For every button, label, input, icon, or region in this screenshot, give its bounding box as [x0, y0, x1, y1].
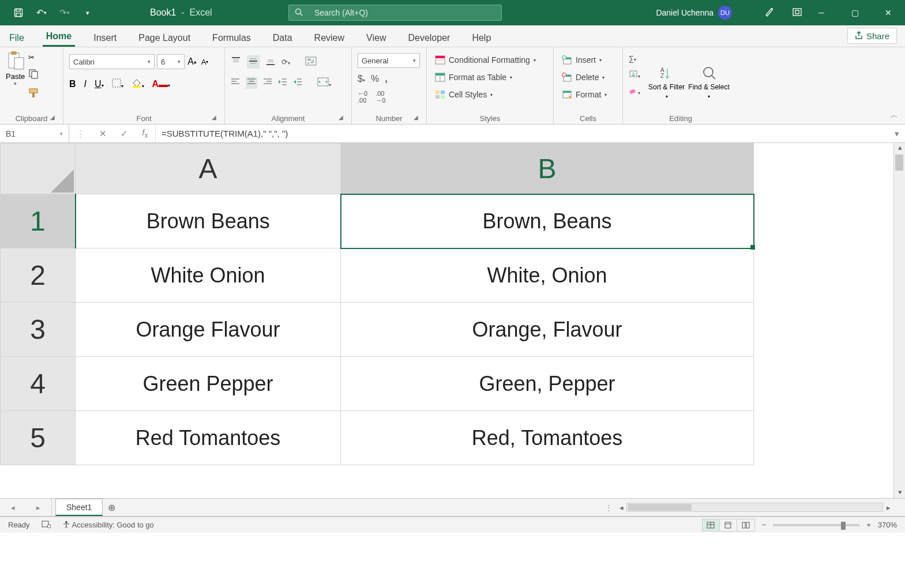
- font-size-combo[interactable]: 6▾: [157, 54, 185, 69]
- cell-b4[interactable]: Green, Pepper: [341, 357, 754, 411]
- format-painter-button[interactable]: [28, 88, 40, 100]
- undo-button[interactable]: ↶▾: [31, 5, 52, 21]
- sheet-tab-1[interactable]: Sheet1: [55, 499, 103, 516]
- column-header-b[interactable]: B: [341, 144, 754, 194]
- select-all-corner[interactable]: [1, 144, 76, 194]
- page-layout-view-button[interactable]: [720, 519, 737, 531]
- percent-button[interactable]: %: [371, 74, 379, 84]
- column-header-a[interactable]: A: [76, 144, 341, 194]
- formula-bar[interactable]: =SUBSTITUTE(TRIM(A1)," ",", ") ▾: [156, 125, 905, 142]
- autosum-button[interactable]: ∑▾: [629, 54, 640, 63]
- tab-view[interactable]: View: [363, 29, 389, 47]
- fill-button[interactable]: ▾: [629, 70, 640, 80]
- font-name-combo[interactable]: Calibri▾: [69, 54, 155, 69]
- cell-a4[interactable]: Green Pepper: [76, 357, 341, 411]
- increase-font-button[interactable]: A▴: [187, 56, 197, 67]
- search-box[interactable]: Search (Alt+Q): [288, 5, 502, 21]
- accessibility-status[interactable]: Accessibility: Good to go: [62, 521, 154, 529]
- align-right-icon[interactable]: [263, 78, 272, 88]
- sheet-next-button[interactable]: ▸: [36, 503, 40, 512]
- merge-center-button[interactable]: ▾: [317, 77, 331, 88]
- zoom-level[interactable]: 370%: [878, 521, 897, 529]
- tab-developer[interactable]: Developer: [404, 29, 453, 47]
- scroll-down-arrow[interactable]: ▾: [894, 488, 905, 498]
- row-header-2[interactable]: 2: [1, 248, 76, 303]
- decrease-indent-icon[interactable]: [278, 78, 287, 88]
- hscroll-thumb[interactable]: [628, 504, 692, 511]
- sheet-prev-button[interactable]: ◂: [11, 503, 15, 512]
- minimize-button[interactable]: ─: [805, 0, 838, 25]
- italic-button[interactable]: I: [84, 79, 87, 89]
- paste-button[interactable]: Paste ▾: [6, 51, 25, 86]
- increase-indent-icon[interactable]: [293, 78, 302, 88]
- cell-b3[interactable]: Orange, Flavour: [341, 303, 754, 357]
- tab-page-layout[interactable]: Page Layout: [135, 29, 194, 47]
- worksheet-grid[interactable]: A B 1 Brown Beans Brown, Beans 2 White O…: [0, 143, 905, 498]
- zoom-in-button[interactable]: +: [866, 521, 871, 529]
- cell-b1[interactable]: Brown, Beans: [341, 194, 754, 248]
- copy-button[interactable]: [28, 69, 40, 81]
- page-break-view-button[interactable]: [737, 519, 754, 531]
- cut-button[interactable]: ✂: [28, 53, 40, 62]
- row-header-5[interactable]: 5: [1, 411, 76, 465]
- delete-cells-button[interactable]: × Delete▾: [559, 71, 617, 83]
- share-button[interactable]: Share: [847, 28, 897, 44]
- font-color-button[interactable]: A▾: [152, 79, 171, 89]
- cell-a3[interactable]: Orange Flavour: [76, 303, 341, 357]
- account-control[interactable]: Daniel Uchenna DU: [656, 6, 732, 20]
- tab-review[interactable]: Review: [311, 29, 348, 47]
- tab-insert[interactable]: Insert: [90, 29, 120, 47]
- decrease-decimal-button[interactable]: .00→0: [375, 90, 385, 104]
- align-center-icon[interactable]: [246, 77, 257, 89]
- comma-button[interactable]: ,: [385, 74, 387, 84]
- cell-a5[interactable]: Red Tomantoes: [76, 411, 341, 465]
- number-format-combo[interactable]: General▾: [358, 53, 420, 68]
- increase-decimal-button[interactable]: ←0.00: [358, 90, 367, 104]
- accounting-button[interactable]: $▾: [358, 74, 365, 84]
- orientation-button[interactable]: ⟳▾: [281, 58, 290, 66]
- format-cells-button[interactable]: Format▾: [559, 89, 617, 100]
- cell-a2[interactable]: White Onion: [76, 248, 341, 303]
- row-header-1[interactable]: 1: [1, 194, 76, 248]
- underline-button[interactable]: U▾: [95, 79, 104, 89]
- collapse-ribbon-button[interactable]: ︿: [891, 110, 898, 120]
- align-top-icon[interactable]: [231, 56, 241, 67]
- border-button[interactable]: ▾: [112, 78, 123, 90]
- qat-customize-button[interactable]: ▾: [77, 5, 98, 21]
- clipboard-launcher[interactable]: ◢: [50, 114, 55, 120]
- cancel-formula-button[interactable]: ✕: [99, 129, 107, 139]
- align-middle-icon[interactable]: [247, 55, 260, 69]
- horizontal-scrollbar[interactable]: ⋮ ◂ ▸: [605, 502, 893, 512]
- tab-home[interactable]: Home: [43, 28, 75, 47]
- ribbon-display-icon[interactable]: [792, 7, 802, 19]
- cell-b5[interactable]: Red, Tomantoes: [341, 411, 754, 465]
- tab-data[interactable]: Data: [269, 29, 296, 47]
- fill-color-button[interactable]: ▾: [132, 78, 144, 90]
- cell-styles-button[interactable]: Cell Styles▾: [433, 89, 547, 100]
- clear-button[interactable]: ▾: [629, 86, 640, 96]
- zoom-knob[interactable]: [841, 522, 846, 530]
- find-select-button[interactable]: Find & Select▾: [688, 65, 729, 100]
- wrap-text-button[interactable]: abc: [305, 56, 317, 67]
- zoom-out-button[interactable]: −: [762, 521, 767, 529]
- bold-button[interactable]: B: [69, 79, 76, 89]
- row-header-4[interactable]: 4: [1, 357, 76, 411]
- normal-view-button[interactable]: [703, 519, 720, 531]
- redo-button[interactable]: ↷▾: [54, 5, 75, 21]
- vscroll-thumb[interactable]: [895, 154, 903, 171]
- zoom-slider[interactable]: [773, 524, 859, 526]
- format-as-table-button[interactable]: Format as Table▾: [433, 71, 547, 83]
- number-launcher[interactable]: ◢: [414, 114, 418, 120]
- expand-formula-bar-button[interactable]: ▾: [895, 129, 899, 139]
- tab-file[interactable]: File: [6, 29, 28, 47]
- maximize-button[interactable]: ▢: [838, 0, 872, 25]
- close-button[interactable]: ✕: [872, 0, 905, 25]
- vertical-scrollbar[interactable]: ▴ ▾: [893, 143, 905, 498]
- decrease-font-button[interactable]: A▾: [200, 56, 210, 67]
- conditional-formatting-button[interactable]: Conditional Formatting▾: [433, 54, 547, 66]
- tab-help[interactable]: Help: [468, 29, 494, 47]
- formula-menu-icon[interactable]: ⋮: [76, 129, 85, 139]
- new-sheet-button[interactable]: ⊕: [103, 502, 120, 513]
- align-left-icon[interactable]: [231, 78, 240, 88]
- alignment-launcher[interactable]: ◢: [339, 114, 343, 120]
